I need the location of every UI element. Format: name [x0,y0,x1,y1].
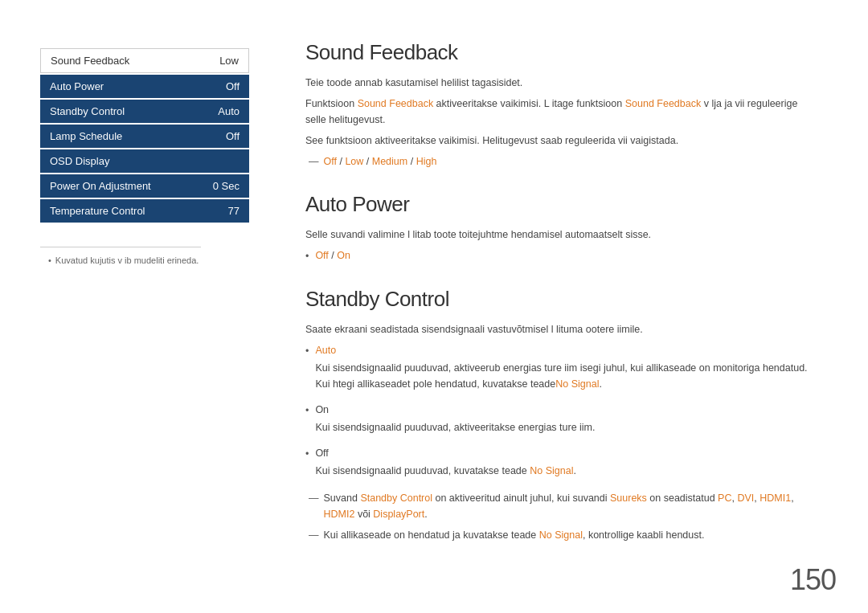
menu-item-temperature-control[interactable]: Temperature Control 77 [40,199,249,223]
section-auto-power: Auto Power Selle suvandi valimine l lita… [305,192,820,264]
standby-dp-ref: DisplayPort [373,509,424,520]
sound-feedback-options-note: Off / Low / Medium / High [305,153,820,170]
section-title-sound-feedback: Sound Feedback [305,40,820,65]
menu-label-lamp-schedule: Lamp Schedule [50,130,122,142]
standby-option-on: On [315,404,329,415]
section-standby-control: Standby Control Saate ekraani seadistada… [305,287,820,543]
standby-control-ref: Standby Control [360,492,432,504]
auto-power-para-1: Selle suvandi valimine l litab toote toi… [305,227,820,243]
standby-control-para-1: Saate ekraani seadistada sisendsignaali … [305,321,820,337]
standby-dash-note-1: Suvand Standby Control on aktiveeritud a… [305,490,820,522]
menu-label-temperature-control: Temperature Control [50,205,145,217]
standby-off-content: Off Kui sisendsignaalid puuduvad, kuvata… [315,445,576,484]
footnote-divider [40,247,201,247]
bullet-dot-off: • [305,446,309,462]
section-title-standby-control: Standby Control [305,287,820,312]
standby-dash-note-2-text: Kui allikaseade on hendatud ja kuvatakse… [324,527,705,543]
standby-bullet-off: • Off Kui sisendsignaalid puuduvad, kuva… [305,445,820,484]
menu-value-standby-control: Auto [218,105,240,117]
left-panel: Sound Feedback Low Auto Power Off Standb… [0,32,273,581]
section-body-auto-power: Selle suvandi valimine l litab toote toi… [305,227,820,264]
option-low: Low [345,156,363,167]
section-body-standby-control: Saate ekraani seadistada sisendsignaali … [305,321,820,543]
menu-value-auto-power: Off [226,80,240,92]
option-off-autopower: Off [315,250,328,261]
menu-item-osd-display[interactable]: OSD Display [40,149,249,173]
standby-off-body: Kui sisendsignaalid puuduvad, kuvatakse … [315,463,576,479]
option-medium: Medium [372,156,407,167]
right-panel: Sound Feedback Teie toode annab kasutami… [273,32,868,581]
standby-dvi-ref: DVI [737,492,754,504]
menu-label-standby-control: Standby Control [50,105,125,117]
sound-feedback-inline-orange-2: Sound Feedback [625,98,702,109]
option-high: High [416,156,437,167]
standby-dash-note-2: Kui allikaseade on hendatud ja kuvatakse… [305,527,820,543]
auto-power-bullet-1: • Off / On [305,247,820,264]
standby-on-content: On Kui sisendsignaalid puuduvad, aktivee… [315,402,595,440]
standby-auto-content: Auto Kui sisendsignaalid puuduvad, aktiv… [315,342,820,397]
menu-item-lamp-schedule[interactable]: Lamp Schedule Off [40,125,249,148]
standby-auto-nosignal: No Signal [555,378,599,390]
standby-option-off: Off [315,447,328,459]
option-off: Off [324,156,337,167]
standby-bullet-on: • On Kui sisendsignaalid puuduvad, aktiv… [305,402,820,440]
standby-pc-ref: PC [718,492,731,504]
section-title-auto-power: Auto Power [305,192,820,217]
menu-label-sound-feedback: Sound Feedback [51,55,129,67]
standby-hdmi1-ref: HDMI1 [760,492,791,504]
sound-feedback-inline-orange-1: Sound Feedback [358,98,434,109]
standby-option-auto: Auto [315,345,336,356]
standby-hdmi2-ref: HDMI2 [324,509,355,520]
standby-bullet-auto: • Auto Kui sisendsignaalid puuduvad, akt… [305,342,820,397]
sound-feedback-para-3: See funktsioon aktiveeritakse vaikimisi.… [305,133,820,149]
sound-feedback-para-2: Funktsioon Sound Feedback aktiveeritakse… [305,96,820,128]
menu-label-auto-power: Auto Power [50,80,104,92]
standby-nosignal-2: No Signal [539,529,583,541]
footnote-text: Kuvatud kujutis v ib mudeliti erineda. [40,255,199,265]
menu-item-power-on-adjustment[interactable]: Power On Adjustment 0 Sec [40,174,249,198]
menu-item-sound-feedback[interactable]: Sound Feedback Low [40,48,249,73]
standby-off-nosignal: No Signal [530,465,573,476]
auto-power-option-off-on: Off / On [315,247,350,264]
menu-item-auto-power[interactable]: Auto Power Off [40,75,249,98]
menu-value-temperature-control: 77 [228,205,240,217]
bullet-dot-auto-power: • [305,248,309,264]
standby-on-body: Kui sisendsignaalid puuduvad, aktiveerit… [315,419,595,435]
section-sound-feedback: Sound Feedback Teie toode annab kasutami… [305,40,820,170]
sound-feedback-para-1: Teie toode annab kasutamisel helilist ta… [305,75,820,91]
section-body-sound-feedback: Teie toode annab kasutamisel helilist ta… [305,75,820,170]
menu-item-standby-control[interactable]: Standby Control Auto [40,100,249,123]
menu-label-osd-display: OSD Display [50,155,109,167]
menu-value-sound-feedback: Low [219,55,239,67]
menu-value-power-on-adjustment: 0 Sec [213,180,240,192]
menu-list: Sound Feedback Low Auto Power Off Standb… [40,48,249,223]
bullet-dot-auto: • [305,343,309,359]
option-on-autopower: On [337,250,350,261]
standby-auto-body: Kui sisendsignaalid puuduvad, aktiveerub… [315,360,820,392]
standby-dash-note-1-text: Suvand Standby Control on aktiveeritud a… [324,490,821,522]
menu-label-power-on-adjustment: Power On Adjustment [50,180,151,192]
menu-value-lamp-schedule: Off [226,130,240,142]
bullet-dot-on: • [305,403,309,419]
sound-feedback-options-text: Off / Low / Medium / High [324,153,437,170]
standby-source-ref: Suureks [610,492,647,504]
page-number: 150 [790,563,836,597]
